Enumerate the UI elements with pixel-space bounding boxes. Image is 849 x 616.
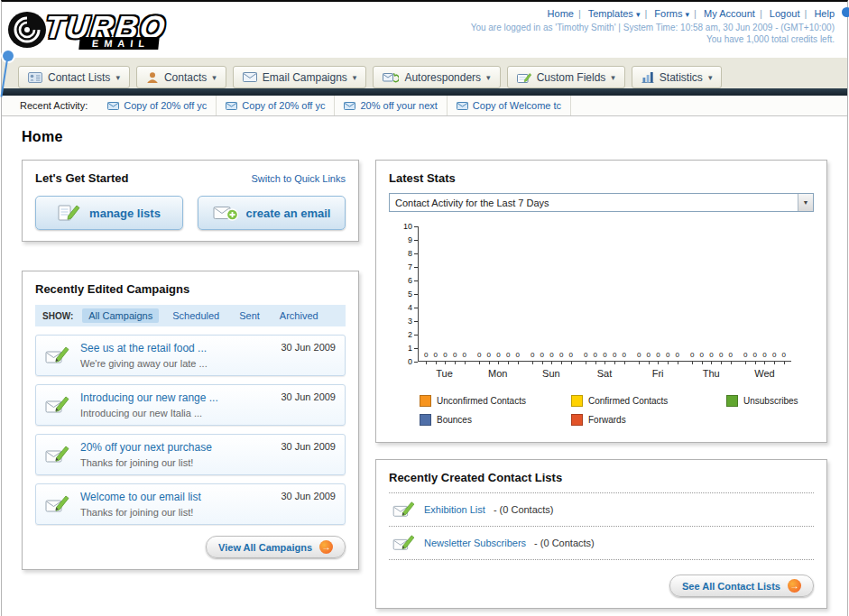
recent-activity-item[interactable]: Copy of 20% off yc: [217, 96, 335, 115]
bar-value-label: 0: [743, 352, 747, 359]
page-title: Home: [22, 129, 827, 145]
create-email-button[interactable]: create an email: [198, 196, 346, 230]
contact-list-row[interactable]: Newsletter Subscribers - (0 Contacts): [389, 527, 814, 560]
mail-pencil-icon: [392, 534, 416, 552]
feedback-dot-icon[interactable]: [3, 51, 14, 61]
nav-tab-email-campaigns[interactable]: Email Campaigns▾: [233, 66, 367, 88]
top-link-help[interactable]: Help: [814, 8, 835, 19]
manage-lists-button[interactable]: manage lists: [35, 196, 183, 230]
bar-value-label: 0: [690, 352, 694, 359]
legend-swatch: [571, 414, 583, 426]
campaign-row[interactable]: Introducing our new range ... Introducin…: [35, 384, 346, 426]
stats-select-value: Contact Activity for the Last 7 Days: [395, 198, 549, 208]
stats-period-select[interactable]: Contact Activity for the Last 7 Days ▼: [389, 193, 814, 212]
bar-value-label: 0: [584, 352, 587, 359]
recent-activity-bar: Recent Activity: Copy of 20% off yc Copy…: [2, 96, 847, 116]
recent-activity-label: Recent Activity:: [20, 100, 88, 111]
campaign-title-link[interactable]: 20% off your next purchase: [80, 441, 271, 454]
header-right: Home| Templates ▾| Forms ▾| My Account| …: [471, 5, 835, 56]
chart-y-axis: 012345678910: [396, 226, 418, 362]
top-link-home[interactable]: Home: [548, 8, 574, 19]
campaign-subtitle: Thanks for joining our list!: [80, 507, 271, 518]
nav-tab-statistics[interactable]: Statistics▾: [632, 66, 723, 88]
chart-group: 00000: [685, 226, 738, 361]
campaign-title-link[interactable]: Welcome to our email list: [80, 491, 271, 503]
campaign-row[interactable]: See us at the retail food ... We're givi…: [35, 335, 346, 376]
credits-info: You have 1,000 total credits left.: [471, 34, 835, 44]
campaign-subtitle: Thanks for joining our list!: [80, 457, 271, 468]
see-all-contact-lists-button[interactable]: See All Contact Lists →: [669, 575, 814, 597]
bar-value-label: 0: [623, 352, 626, 359]
mail-pencil-icon: [45, 445, 70, 464]
nav-tab-contact-lists[interactable]: Contact Lists▾: [18, 66, 130, 88]
y-tick: 4: [408, 303, 418, 312]
list-pencil-icon: [58, 203, 81, 223]
contact-list-count: - (0 Contacts): [494, 504, 554, 515]
main-content: Home Let's Get Started Switch to Quick L…: [2, 116, 847, 616]
bar-value-label: 0: [506, 352, 510, 359]
chart-legend: Unconfirmed Contacts Confirmed Contacts …: [420, 395, 814, 426]
nav-tab-custom-fields[interactable]: Custom Fields▾: [507, 66, 625, 88]
legend-item: Bounces: [420, 414, 571, 426]
contact-list-link[interactable]: Newsletter Subscribers: [424, 538, 526, 548]
bar-value-label: 0: [656, 352, 660, 359]
y-tick: 7: [408, 262, 418, 271]
nav-tab-autoresponders[interactable]: Autoresponders▾: [373, 66, 500, 88]
bar-value-label: 0: [666, 352, 669, 359]
campaign-title-link[interactable]: See us at the retail food ...: [80, 342, 271, 354]
legend-swatch: [571, 395, 583, 407]
campaigns-title: Recently Edited Campaigns: [35, 282, 346, 296]
main-nav: Contact Lists▾ Contacts▾ Email Campaigns…: [2, 58, 847, 88]
header: TURBO EMAIL Home| Templates ▾| Forms ▾| …: [2, 2, 847, 58]
top-link-logout[interactable]: Logout: [770, 8, 800, 19]
show-label: SHOW:: [42, 311, 73, 321]
campaign-title-link[interactable]: Introducing our new range ...: [80, 391, 271, 404]
recent-activity-item[interactable]: 20% off your next: [335, 96, 447, 115]
chevron-down-icon: ▾: [686, 10, 690, 19]
y-tick: 10: [403, 222, 418, 231]
switch-quick-links-link[interactable]: Switch to Quick Links: [251, 173, 346, 184]
chevron-down-icon: ▾: [708, 73, 713, 82]
campaign-row[interactable]: 20% off your next purchase Thanks for jo…: [35, 434, 346, 475]
bar-value-label: 0: [772, 352, 776, 359]
mail-pencil-icon: [45, 494, 70, 514]
mail-plus-icon: [213, 204, 238, 222]
y-tick: 1: [408, 344, 418, 353]
get-started-panel: Let's Get Started Switch to Quick Links …: [22, 160, 359, 242]
view-all-campaigns-button[interactable]: View All Campaigns →: [206, 536, 346, 558]
campaign-tab-0[interactable]: All Campaigns: [82, 308, 159, 323]
app-logo[interactable]: TURBO EMAIL: [7, 5, 166, 56]
bar-value-label: 0: [453, 352, 457, 359]
y-tick: 2: [408, 330, 418, 339]
contact-list-link[interactable]: Exhibition List: [424, 504, 485, 515]
campaign-tab-3[interactable]: Archived: [273, 308, 325, 323]
contacts-icon: [146, 71, 159, 84]
chevron-down-icon: ▾: [115, 73, 120, 82]
campaign-tab-2[interactable]: Sent: [233, 308, 266, 323]
legend-item: Unconfirmed Contacts: [420, 395, 571, 407]
chart-group: 00000: [472, 226, 525, 361]
campaign-date: 30 Jun 2009: [281, 391, 336, 402]
bar-value-label: 0: [613, 352, 616, 359]
top-link-forms[interactable]: Forms: [654, 8, 682, 19]
recent-activity-item[interactable]: Copy of 20% off yc: [98, 96, 217, 115]
campaign-row[interactable]: Welcome to our email list Thanks for joi…: [35, 483, 346, 525]
campaign-tab-1[interactable]: Scheduled: [166, 308, 226, 323]
turbo-fan-icon: [7, 11, 49, 51]
campaign-date: 30 Jun 2009: [281, 441, 336, 452]
email-campaigns-icon: [243, 72, 257, 82]
bar-value-label: 0: [549, 352, 553, 359]
mail-icon: [344, 102, 355, 110]
top-link-templates[interactable]: Templates: [588, 8, 633, 19]
contact-list-row[interactable]: Exhibition List - (0 Contacts): [389, 493, 814, 527]
nav-tab-contacts[interactable]: Contacts▾: [136, 66, 226, 88]
login-info: You are logged in as 'Timothy Smith' | S…: [471, 23, 835, 32]
bar-value-label: 0: [603, 352, 606, 359]
bar-value-label: 0: [559, 352, 563, 359]
recent-activity-item[interactable]: Copy of Welcome tc: [448, 96, 571, 115]
chart-group: 00000: [578, 226, 632, 361]
bar-value-label: 0: [647, 352, 651, 359]
contact-list-count: - (0 Contacts): [534, 538, 595, 548]
campaign-date: 30 Jun 2009: [281, 491, 336, 501]
top-link-my-account[interactable]: My Account: [704, 8, 755, 19]
